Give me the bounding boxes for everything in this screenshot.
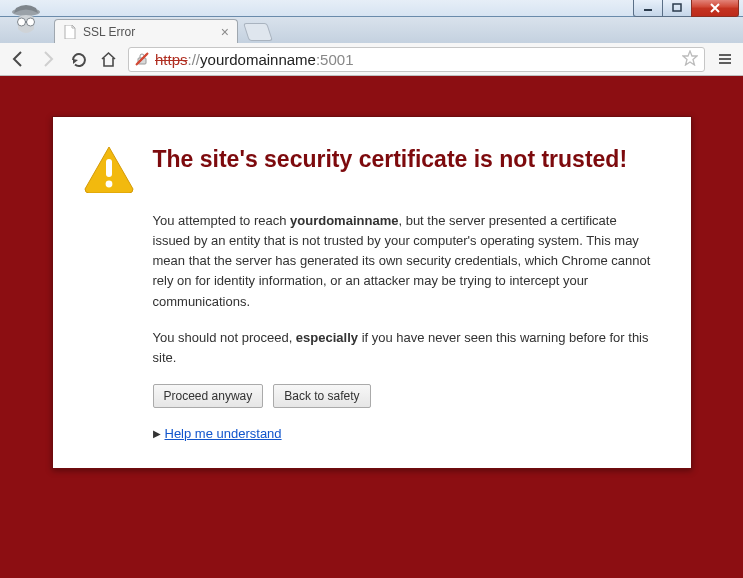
browser-toolbar: https://yourdomainname:5001	[0, 43, 743, 76]
svg-rect-5	[25, 21, 27, 23]
svg-rect-7	[719, 54, 731, 56]
window-close-button[interactable]	[691, 0, 739, 17]
window-minimize-button[interactable]	[633, 0, 663, 17]
url-port: :5001	[316, 51, 354, 68]
back-button[interactable]	[8, 49, 28, 69]
page-icon	[63, 25, 77, 39]
svg-rect-8	[719, 58, 731, 60]
error-title: The site's security certificate is not t…	[153, 145, 628, 174]
reload-button[interactable]	[68, 49, 88, 69]
tab-title: SSL Error	[83, 25, 135, 39]
help-me-understand-link[interactable]: Help me understand	[165, 424, 282, 444]
error-paragraph-1: You attempted to reach yourdomainname, b…	[153, 211, 657, 312]
home-button[interactable]	[98, 49, 118, 69]
url-host: yourdomainname	[200, 51, 316, 68]
browser-tab[interactable]: SSL Error ×	[54, 19, 238, 43]
proceed-anyway-button[interactable]: Proceed anyway	[153, 384, 264, 408]
forward-button[interactable]	[38, 49, 58, 69]
address-bar[interactable]: https://yourdomainname:5001	[128, 47, 705, 72]
url-text: https://yourdomainname:5001	[155, 51, 354, 68]
button-row: Proceed anyway Back to safety	[153, 384, 657, 408]
tab-strip: SSL Error ×	[0, 17, 743, 43]
incognito-icon	[6, 3, 46, 41]
window-titlebar	[0, 0, 743, 17]
warning-icon	[83, 145, 135, 193]
url-scheme: https	[155, 51, 188, 68]
window-maximize-button[interactable]	[662, 0, 692, 17]
help-row: ▶ Help me understand	[153, 424, 657, 444]
ssl-error-card: The site's security certificate is not t…	[52, 116, 692, 469]
url-separator: ://	[188, 51, 201, 68]
svg-rect-1	[673, 4, 681, 11]
error-paragraph-2: You should not proceed, especially if yo…	[153, 328, 657, 368]
svg-rect-0	[644, 9, 652, 11]
card-body: You attempted to reach yourdomainname, b…	[153, 211, 657, 444]
page-viewport: The site's security certificate is not t…	[0, 76, 743, 578]
svg-point-3	[18, 18, 26, 26]
back-to-safety-button[interactable]: Back to safety	[273, 384, 370, 408]
chrome-menu-button[interactable]	[715, 49, 735, 69]
window-controls	[634, 0, 739, 17]
svg-point-11	[105, 181, 112, 188]
svg-point-4	[27, 18, 35, 26]
expand-triangle-icon[interactable]: ▶	[153, 426, 161, 442]
tab-close-button[interactable]: ×	[221, 25, 229, 39]
card-header: The site's security certificate is not t…	[83, 145, 657, 193]
new-tab-button[interactable]	[243, 23, 273, 41]
error-domain: yourdomainname	[290, 213, 398, 228]
svg-rect-10	[106, 159, 112, 177]
svg-rect-9	[719, 62, 731, 64]
insecure-lock-icon	[135, 52, 149, 66]
bookmark-star-icon[interactable]	[682, 50, 698, 69]
